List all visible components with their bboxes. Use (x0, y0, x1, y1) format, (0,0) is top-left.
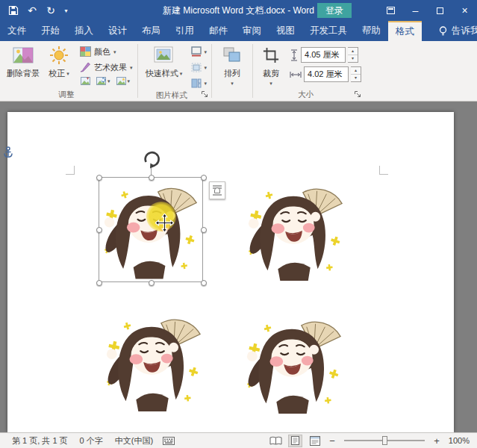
picture-effects-icon (191, 63, 202, 72)
resize-handle-right[interactable] (201, 227, 207, 233)
size-dialog-launcher[interactable] (354, 90, 362, 99)
margin-crop-mark (66, 166, 75, 175)
ribbon-display-options-button[interactable] (378, 0, 403, 21)
arrange-button[interactable]: 排列 ▾ (215, 42, 249, 86)
tab-format[interactable]: 格式 (388, 21, 422, 41)
arrange-icon (222, 46, 243, 65)
zoom-slider[interactable] (344, 440, 425, 441)
group-label-size: 大小 (253, 88, 364, 101)
tab-insert[interactable]: 插入 (67, 21, 101, 41)
customize-quick-access-button[interactable]: ▾ (61, 2, 71, 19)
save-icon (8, 5, 19, 16)
tab-mailings[interactable]: 邮件 (202, 21, 235, 41)
read-mode-button[interactable] (269, 435, 283, 447)
statusbar-right: − + 100% (269, 435, 471, 447)
crop-button[interactable]: 裁剪 ▾ (256, 42, 286, 86)
picture[interactable] (102, 310, 205, 413)
reset-picture-icon (116, 77, 126, 85)
zoom-out-button[interactable]: − (327, 435, 337, 447)
close-button[interactable]: × (452, 0, 477, 21)
minimize-icon: – (413, 4, 419, 16)
web-layout-button[interactable] (308, 435, 322, 447)
minimize-button[interactable]: – (403, 0, 428, 21)
quick-access-toolbar: ↶ ↻ ▾ (0, 2, 71, 19)
tab-developer[interactable]: 开发工具 (302, 21, 355, 41)
word-window: ↶ ↻ ▾ 新建 Microsoft Word 文档.docx - Word 登… (0, 0, 477, 448)
status-bar: 第 1 页, 共 1 页 0 个字 中文(中国) − + 100% (0, 432, 477, 448)
reset-picture-button[interactable]: ▾ (116, 77, 131, 85)
size-label-text: 大小 (298, 90, 314, 99)
tab-layout[interactable]: 布局 (134, 21, 168, 41)
picture-layout-button[interactable]: ▾ (191, 77, 208, 89)
color-button[interactable]: 颜色 ▾ (80, 46, 133, 57)
sign-in-button[interactable]: 登录 (317, 3, 352, 18)
anchor-icon (3, 146, 13, 158)
document-area[interactable] (0, 102, 477, 432)
zoom-in-button[interactable]: + (431, 435, 442, 447)
redo-icon: ↻ (46, 4, 55, 16)
input-method-button[interactable] (159, 437, 178, 445)
resize-handle-bottom-right[interactable] (201, 280, 207, 286)
compress-picture-button[interactable] (81, 77, 90, 85)
rotate-handle[interactable] (141, 149, 162, 169)
tab-review[interactable]: 审阅 (235, 21, 269, 41)
page-indicator[interactable]: 第 1 页, 共 1 页 (6, 435, 74, 447)
resize-handle-bottom[interactable] (149, 280, 155, 286)
width-decrease-button[interactable]: ▾ (351, 74, 361, 81)
picture-styles-label-text: 图片样式 (156, 90, 187, 99)
change-picture-icon (96, 77, 106, 85)
crop-icon (263, 47, 279, 63)
layout-options-button[interactable] (209, 181, 225, 199)
resize-handle-top[interactable] (149, 175, 155, 181)
resize-handle-left[interactable] (96, 227, 102, 233)
print-layout-button[interactable] (288, 435, 302, 447)
undo-button[interactable]: ↶ (24, 2, 40, 19)
corrections-button[interactable]: 校正▾ (42, 42, 76, 79)
height-increase-button[interactable]: ▴ (348, 48, 358, 55)
picture-effects-button[interactable]: ▾ (191, 61, 208, 73)
zoom-level[interactable]: 100% (447, 436, 471, 445)
word-count[interactable]: 0 个字 (74, 435, 109, 447)
artistic-effects-button[interactable]: 艺术效果 ▾ (80, 61, 133, 73)
tab-help[interactable]: 帮助 (355, 21, 388, 41)
save-button[interactable] (5, 2, 22, 19)
width-increase-button[interactable]: ▴ (351, 67, 361, 74)
tab-home[interactable]: 开始 (34, 21, 67, 41)
chevron-down-icon: ▾ (130, 65, 133, 70)
chevron-down-icon: ▾ (64, 7, 67, 14)
rotate-icon (141, 149, 162, 169)
tab-file[interactable]: 文件 (0, 21, 34, 41)
resize-handle-top-left[interactable] (96, 175, 102, 181)
picture-styles-dialog-launcher[interactable] (201, 90, 209, 99)
resize-handle-bottom-left[interactable] (96, 280, 102, 286)
height-decrease-button[interactable]: ▾ (348, 55, 358, 62)
zoom-slider-thumb[interactable] (382, 436, 387, 445)
picture[interactable] (243, 312, 346, 415)
close-icon: × (461, 4, 467, 16)
maximize-button[interactable] (428, 0, 452, 21)
ribbon-tab-bar: 文件 开始 插入 设计 布局 引用 邮件 审阅 视图 开发工具 帮助 格式 告诉… (0, 21, 477, 41)
resize-handle-top-right[interactable] (201, 175, 207, 181)
change-picture-button[interactable]: ▾ (96, 77, 110, 85)
shape-height-input[interactable]: 4.05 厘米 (301, 47, 346, 63)
picture-border-button[interactable]: ▾ (191, 46, 208, 57)
height-spinner: ▴ ▾ (348, 47, 358, 63)
redo-button[interactable]: ↻ (43, 2, 59, 19)
document-page[interactable] (7, 112, 454, 432)
language-indicator[interactable]: 中文(中国) (109, 435, 159, 447)
chevron-down-icon: ▾ (231, 81, 234, 86)
shape-width-input[interactable]: 4.02 厘米 (304, 66, 349, 82)
web-layout-icon (310, 436, 320, 446)
height-icon (290, 49, 299, 61)
move-cursor-icon (155, 214, 174, 232)
tab-design[interactable]: 设计 (101, 21, 134, 41)
tab-tell-me[interactable]: 告诉我 (431, 21, 477, 41)
quick-styles-button[interactable]: 快速样式▾ (141, 42, 187, 79)
tab-view[interactable]: 视图 (269, 21, 302, 41)
ribbon-group-adjust: 删除背景 校正▾ 颜色 ▾ 艺术效果 (1, 41, 137, 101)
group-label-arrange-empty (212, 88, 252, 101)
paintbrush-icon (80, 62, 91, 72)
remove-background-button[interactable]: 删除背景 (4, 42, 42, 79)
picture[interactable] (244, 179, 347, 282)
tab-references[interactable]: 引用 (168, 21, 202, 41)
